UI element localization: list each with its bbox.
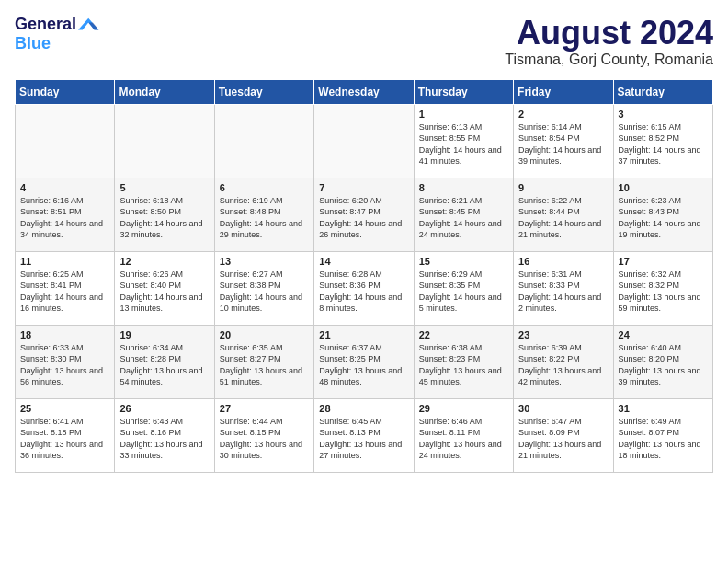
day-number: 24 — [619, 329, 708, 340]
calendar-cell: 11Sunrise: 6:25 AMSunset: 8:41 PMDayligh… — [16, 251, 115, 325]
sunrise-label: Sunrise: 6:40 AM — [619, 343, 682, 352]
day-number: 19 — [119, 329, 209, 340]
sunset-label: Sunset: 8:41 PM — [20, 281, 82, 290]
col-header-saturday: Saturday — [613, 79, 712, 104]
daylight-label: Daylight: 14 hours and 29 minutes. — [220, 219, 302, 240]
day-info: Sunrise: 6:31 AMSunset: 8:33 PMDaylight:… — [518, 269, 608, 315]
sunrise-label: Sunrise: 6:27 AM — [220, 270, 283, 279]
sunset-label: Sunset: 8:13 PM — [319, 428, 381, 437]
calendar-cell: 14Sunrise: 6:28 AMSunset: 8:36 PMDayligh… — [314, 251, 414, 325]
sunrise-label: Sunrise: 6:23 AM — [619, 196, 682, 205]
calendar-cell: 29Sunrise: 6:46 AMSunset: 8:11 PMDayligh… — [414, 398, 513, 472]
day-number: 3 — [619, 109, 708, 120]
week-row-5: 25Sunrise: 6:41 AMSunset: 8:18 PMDayligh… — [16, 398, 713, 472]
day-number: 4 — [20, 182, 109, 193]
day-number: 31 — [619, 403, 708, 414]
sunset-label: Sunset: 8:30 PM — [20, 354, 82, 363]
daylight-label: Daylight: 14 hours and 16 minutes. — [20, 293, 103, 314]
calendar-cell: 15Sunrise: 6:29 AMSunset: 8:35 PMDayligh… — [414, 251, 513, 325]
daylight-label: Daylight: 14 hours and 24 minutes. — [419, 219, 502, 240]
sunset-label: Sunset: 8:55 PM — [419, 133, 481, 143]
day-info: Sunrise: 6:27 AMSunset: 8:38 PMDaylight:… — [220, 269, 309, 315]
calendar-cell — [115, 104, 214, 178]
day-number: 1 — [419, 109, 508, 120]
calendar-cell: 1Sunrise: 6:13 AMSunset: 8:55 PMDaylight… — [414, 104, 513, 178]
calendar-cell: 5Sunrise: 6:18 AMSunset: 8:50 PMDaylight… — [115, 178, 214, 251]
calendar-cell: 19Sunrise: 6:34 AMSunset: 8:28 PMDayligh… — [115, 325, 214, 398]
daylight-label: Daylight: 14 hours and 41 minutes. — [419, 145, 502, 167]
title-block: August 2024 Tismana, Gorj County, Romani… — [505, 15, 713, 68]
sunrise-label: Sunrise: 6:26 AM — [119, 270, 183, 279]
day-info: Sunrise: 6:33 AMSunset: 8:30 PMDaylight:… — [20, 342, 109, 388]
calendar-cell: 20Sunrise: 6:35 AMSunset: 8:27 PMDayligh… — [214, 325, 313, 398]
daylight-label: Daylight: 13 hours and 54 minutes. — [119, 366, 202, 387]
sunrise-label: Sunrise: 6:47 AM — [518, 417, 582, 426]
daylight-label: Daylight: 14 hours and 2 minutes. — [518, 293, 601, 314]
day-number: 28 — [319, 403, 408, 414]
calendar-cell: 12Sunrise: 6:26 AMSunset: 8:40 PMDayligh… — [115, 251, 214, 325]
day-number: 8 — [419, 182, 508, 193]
col-header-thursday: Thursday — [414, 79, 513, 104]
sunset-label: Sunset: 8:35 PM — [419, 281, 481, 290]
sunset-label: Sunset: 8:20 PM — [619, 354, 680, 363]
sunrise-label: Sunrise: 6:16 AM — [20, 196, 84, 205]
col-header-wednesday: Wednesday — [314, 79, 414, 104]
sunrise-label: Sunrise: 6:49 AM — [619, 417, 682, 426]
sunset-label: Sunset: 8:45 PM — [419, 207, 481, 216]
day-number: 22 — [419, 329, 508, 340]
daylight-label: Daylight: 13 hours and 21 minutes. — [518, 440, 601, 461]
day-info: Sunrise: 6:32 AMSunset: 8:32 PMDaylight:… — [619, 269, 708, 315]
sunrise-label: Sunrise: 6:41 AM — [20, 417, 84, 426]
location-title: Tismana, Gorj County, Romania — [505, 52, 713, 68]
daylight-label: Daylight: 14 hours and 5 minutes. — [419, 293, 502, 314]
col-header-monday: Monday — [115, 79, 214, 104]
day-number: 15 — [419, 256, 508, 267]
calendar-cell: 10Sunrise: 6:23 AMSunset: 8:43 PMDayligh… — [613, 178, 712, 251]
sunset-label: Sunset: 8:18 PM — [20, 428, 82, 437]
sunset-label: Sunset: 8:36 PM — [319, 281, 381, 290]
calendar-cell: 16Sunrise: 6:31 AMSunset: 8:33 PMDayligh… — [514, 251, 613, 325]
calendar-cell: 7Sunrise: 6:20 AMSunset: 8:47 PMDaylight… — [314, 178, 414, 251]
calendar-cell: 8Sunrise: 6:21 AMSunset: 8:45 PMDaylight… — [414, 178, 513, 251]
sunrise-label: Sunrise: 6:45 AM — [319, 417, 382, 426]
day-number: 10 — [619, 182, 708, 193]
sunrise-label: Sunrise: 6:34 AM — [119, 343, 183, 352]
sunset-label: Sunset: 8:25 PM — [319, 354, 381, 363]
daylight-label: Daylight: 13 hours and 36 minutes. — [20, 440, 103, 461]
day-info: Sunrise: 6:16 AMSunset: 8:51 PMDaylight:… — [20, 195, 109, 241]
col-header-tuesday: Tuesday — [214, 79, 313, 104]
day-number: 13 — [220, 256, 309, 267]
col-header-friday: Friday — [514, 79, 613, 104]
day-info: Sunrise: 6:40 AMSunset: 8:20 PMDaylight:… — [619, 342, 708, 388]
calendar-cell: 27Sunrise: 6:44 AMSunset: 8:15 PMDayligh… — [214, 398, 313, 472]
day-number: 21 — [319, 329, 408, 340]
daylight-label: Daylight: 14 hours and 13 minutes. — [119, 293, 202, 314]
day-info: Sunrise: 6:22 AMSunset: 8:44 PMDaylight:… — [518, 195, 608, 241]
sunset-label: Sunset: 8:51 PM — [20, 207, 82, 216]
day-number: 2 — [518, 109, 608, 120]
daylight-label: Daylight: 13 hours and 24 minutes. — [419, 440, 502, 461]
sunrise-label: Sunrise: 6:31 AM — [518, 270, 582, 279]
calendar-cell: 25Sunrise: 6:41 AMSunset: 8:18 PMDayligh… — [16, 398, 115, 472]
daylight-label: Daylight: 13 hours and 30 minutes. — [220, 440, 302, 461]
sunset-label: Sunset: 8:50 PM — [119, 207, 181, 216]
day-info: Sunrise: 6:13 AMSunset: 8:55 PMDaylight:… — [419, 121, 508, 167]
day-info: Sunrise: 6:43 AMSunset: 8:16 PMDaylight:… — [119, 416, 209, 462]
sunrise-label: Sunrise: 6:35 AM — [220, 343, 283, 352]
sunset-label: Sunset: 8:09 PM — [518, 428, 580, 437]
daylight-label: Daylight: 13 hours and 56 minutes. — [20, 366, 103, 387]
sunrise-label: Sunrise: 6:21 AM — [419, 196, 483, 205]
sunrise-label: Sunrise: 6:19 AM — [220, 196, 283, 205]
day-number: 30 — [518, 403, 608, 414]
page-header: General Blue August 2024 Tismana, Gorj C… — [15, 15, 713, 68]
sunset-label: Sunset: 8:38 PM — [220, 281, 281, 290]
day-number: 6 — [220, 182, 309, 193]
sunrise-label: Sunrise: 6:15 AM — [619, 122, 682, 132]
day-number: 5 — [119, 182, 209, 193]
week-row-3: 11Sunrise: 6:25 AMSunset: 8:41 PMDayligh… — [16, 251, 713, 325]
day-info: Sunrise: 6:37 AMSunset: 8:25 PMDaylight:… — [319, 342, 408, 388]
day-number: 17 — [619, 256, 708, 267]
day-info: Sunrise: 6:18 AMSunset: 8:50 PMDaylight:… — [119, 195, 209, 241]
calendar-cell: 23Sunrise: 6:39 AMSunset: 8:22 PMDayligh… — [514, 325, 613, 398]
calendar-cell: 24Sunrise: 6:40 AMSunset: 8:20 PMDayligh… — [613, 325, 712, 398]
